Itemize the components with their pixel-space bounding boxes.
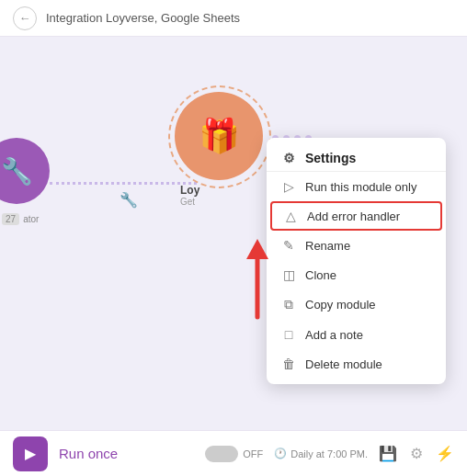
- menu-item-rename[interactable]: ✎ Rename: [267, 231, 446, 260]
- context-menu: ⚙ Settings ▷ Run this module only △ Add …: [267, 138, 446, 384]
- gift-icon: 🎁: [199, 117, 240, 155]
- menu-note-label: Add a note: [305, 328, 363, 342]
- rename-icon: ✎: [281, 238, 296, 253]
- delete-icon: 🗑: [281, 357, 296, 371]
- menu-rename-label: Rename: [305, 239, 350, 253]
- menu-error-handler-label: Add error handler: [307, 210, 400, 223]
- gift-label-area: Loy Get: [180, 184, 199, 207]
- run-once-icon: ▶: [25, 445, 36, 462]
- menu-run-label: Run this module only: [305, 180, 416, 194]
- red-arrow: [230, 239, 280, 325]
- menu-item-add-note[interactable]: □ Add a note: [267, 320, 446, 349]
- run-once-label: Run once: [59, 446, 118, 461]
- module-count-badge: 27: [2, 213, 19, 225]
- connector-line: [50, 182, 197, 185]
- wrench-icon: 🔧: [1, 156, 33, 187]
- bottom-icons: 💾 ⚙ ⚡: [379, 445, 454, 462]
- menu-settings-label: Settings: [305, 151, 356, 165]
- note-icon: □: [281, 327, 296, 342]
- back-icon: ←: [19, 11, 31, 25]
- menu-item-add-error-handler[interactable]: △ Add error handler: [270, 201, 442, 231]
- menu-item-run-module-only[interactable]: ▷ Run this module only: [267, 172, 446, 201]
- header: ← Integration Loyverse, Google Sheets: [0, 0, 467, 37]
- module-type-label: ator: [23, 214, 39, 224]
- wrench-module-node[interactable]: 🔧: [0, 138, 50, 204]
- settings-icon: ⚙: [281, 151, 296, 165]
- menu-item-clone[interactable]: ◫ Clone: [267, 260, 446, 289]
- gift-module-sublabel: Get: [180, 197, 199, 207]
- save-icon[interactable]: 💾: [379, 445, 397, 462]
- clone-icon: ◫: [281, 267, 296, 282]
- back-button[interactable]: ←: [13, 6, 37, 30]
- menu-item-copy-module[interactable]: ⧉ Copy module: [267, 289, 446, 320]
- gift-module-node[interactable]: 🎁: [175, 92, 263, 180]
- settings-bottom-icon[interactable]: ⚙: [410, 445, 423, 462]
- clock-icon: 🕐: [274, 448, 287, 459]
- bottom-bar: ▶ Run once OFF 🕐 Daily at 7:00 PM. 💾 ⚙ ⚡: [0, 430, 467, 476]
- page-title: Integration Loyverse, Google Sheets: [46, 11, 240, 25]
- menu-clone-label: Clone: [305, 268, 336, 282]
- menu-item-settings[interactable]: ⚙ Settings: [267, 143, 446, 172]
- gift-module-title: Loy: [180, 184, 199, 197]
- wrench-module-circle[interactable]: 🔧: [0, 138, 50, 204]
- svg-marker-1: [246, 239, 268, 259]
- menu-item-delete-module[interactable]: 🗑 Delete module: [267, 349, 446, 379]
- run-once-button[interactable]: ▶: [13, 436, 48, 471]
- error-handler-icon: △: [283, 209, 298, 223]
- toggle-switch[interactable]: [205, 446, 238, 462]
- canvas: 🔧 27 ator 🔧 🎁 Loy Get ⚙ Settings ▷: [0, 37, 467, 430]
- schedule-label: Daily at 7:00 PM.: [290, 448, 368, 459]
- copy-icon: ⧉: [281, 297, 296, 312]
- small-wrench-icon: 🔧: [120, 191, 138, 209]
- gift-module-circle[interactable]: 🎁: [175, 92, 263, 180]
- more-icon[interactable]: ⚡: [436, 445, 454, 462]
- menu-copy-label: Copy module: [305, 298, 376, 312]
- toggle-label: OFF: [243, 448, 263, 459]
- left-module-info: 27 ator: [2, 213, 39, 225]
- menu-delete-label: Delete module: [305, 357, 382, 371]
- toggle-switch-container[interactable]: OFF: [205, 446, 263, 462]
- run-icon: ▷: [281, 179, 296, 194]
- schedule-text: 🕐 Daily at 7:00 PM.: [274, 448, 368, 459]
